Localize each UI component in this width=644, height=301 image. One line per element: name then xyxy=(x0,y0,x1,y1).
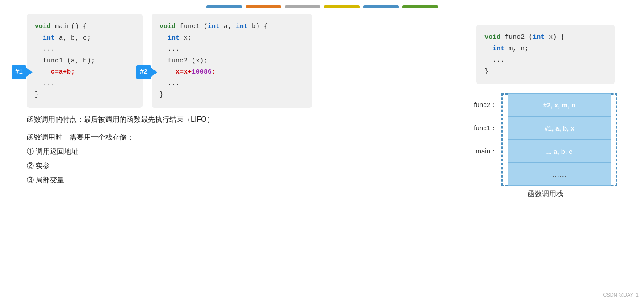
top-color-bar xyxy=(0,0,644,12)
arrow-label-1: #1 xyxy=(12,65,26,79)
stack-labels: func2： func1： main： xyxy=(474,93,497,186)
stack-caption: 函数调用栈 xyxy=(528,190,563,199)
code-line: } xyxy=(160,89,304,101)
code-line: void func2 (int x) { xyxy=(484,32,607,43)
right-section: void func2 (int x) { int m, n; ... } fun… xyxy=(474,25,617,199)
stack-label-empty xyxy=(474,163,497,186)
code-block-func2: void func2 (int x) { int m, n; ... } xyxy=(476,25,615,84)
code-line: int m, n; xyxy=(484,43,607,55)
stack-left-border xyxy=(501,93,508,186)
code-line: func2 (x); xyxy=(160,55,304,67)
bar-blue xyxy=(206,5,242,8)
stack-label-main: main： xyxy=(474,140,497,163)
highlighted-line-1: #1 c=a+b; xyxy=(43,66,135,78)
code-line: ... xyxy=(160,44,304,55)
code-line: } xyxy=(484,66,607,78)
code-line: void func1 (int a, int b) { xyxy=(160,21,304,33)
code-block-main: void main() { int a, b, c; ... func1 (a,… xyxy=(27,14,143,108)
stack-row-dots: ...... xyxy=(508,163,611,186)
bar-gray xyxy=(285,5,320,8)
code-line: int a, b, c; xyxy=(35,33,135,44)
code-line: func1 (a, b); xyxy=(35,55,135,67)
watermark: CSDN @DAY_1 xyxy=(603,292,639,297)
code-line: int x; xyxy=(160,33,304,44)
stack-label-func2: func2： xyxy=(474,93,497,116)
bar-yellow xyxy=(324,5,360,8)
code-line: } xyxy=(35,89,135,101)
stack-diagram: func2： func1： main： #2, x, m, n #1, a, b… xyxy=(474,93,617,186)
bar-orange xyxy=(246,5,281,8)
code-line: void main() { xyxy=(35,21,135,33)
code-line: ... xyxy=(160,78,304,90)
stack-row-func2: #2, x, m, n xyxy=(508,93,611,116)
code-line: ... xyxy=(35,78,135,90)
code-line: ... xyxy=(484,54,607,66)
code-block-func1: void func1 (int a, int b) { int x; ... f… xyxy=(152,14,312,108)
stack-row-func1: #1, a, b, x xyxy=(508,116,611,140)
stack-rows: #2, x, m, n #1, a, b, x ... a, b, c ....… xyxy=(508,93,611,186)
stack-label-func1: func1： xyxy=(474,116,497,140)
bar-blue2 xyxy=(363,5,399,8)
highlighted-line-2: #2 x=x+10086; xyxy=(168,66,304,78)
stack-right-border xyxy=(611,93,617,186)
stack-outer-wrapper: #2, x, m, n #1, a, b, x ... a, b, c ....… xyxy=(501,93,617,186)
stack-row-main: ... a, b, c xyxy=(508,140,611,163)
arrow-label-2: #2 xyxy=(136,65,151,79)
bar-green xyxy=(402,5,438,8)
code-line: ... xyxy=(35,44,135,55)
